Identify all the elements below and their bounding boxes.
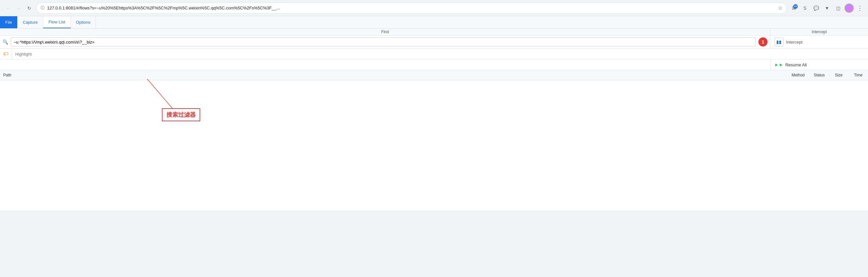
resume-arrows-icon: ►► bbox=[774, 62, 783, 67]
tab-flow-list[interactable]: Flow List bbox=[43, 16, 70, 28]
annotation-label: 搜索过滤器 bbox=[166, 112, 196, 118]
find-section-label: Find bbox=[0, 29, 771, 35]
forward-button[interactable]: → bbox=[14, 4, 23, 13]
section-labels-row: Find Intercept bbox=[0, 29, 868, 35]
app-toolbar: File Capture Flow List Options bbox=[0, 16, 868, 29]
filter-badge: 1 bbox=[758, 37, 768, 47]
th-method: Method bbox=[787, 73, 809, 78]
main-content: Find Intercept 🔍 1 ▮▮ Intercept 🏷 ►► Res… bbox=[0, 29, 868, 210]
tag-icon: 🏷 bbox=[3, 51, 8, 57]
download-button[interactable]: ◫ bbox=[834, 4, 843, 13]
browser-actions: ⌘ 14 S 💬 ▼ ◫ ⋮ bbox=[789, 3, 864, 13]
annotation-box: 搜索过滤器 bbox=[162, 108, 200, 121]
bookmark-icon[interactable]: ☆ bbox=[778, 5, 782, 11]
find-intercept-row: 🔍 1 ▮▮ Intercept bbox=[0, 35, 868, 49]
info-icon: ⓘ bbox=[41, 5, 44, 11]
chat-button[interactable]: 💬 bbox=[811, 4, 820, 13]
intercept-section: ▮▮ Intercept bbox=[771, 35, 868, 49]
th-path: Path bbox=[0, 71, 787, 79]
search-icon: 🔍 bbox=[3, 39, 8, 44]
th-time: Time bbox=[848, 73, 868, 78]
table-body bbox=[0, 80, 868, 210]
tag-icon-container: 🏷 bbox=[0, 49, 12, 59]
address-bar-container: ⓘ ☆ bbox=[36, 3, 787, 14]
filter-input[interactable] bbox=[11, 37, 756, 47]
tab-file[interactable]: File bbox=[0, 16, 18, 28]
resume-section: ►► Resume All bbox=[771, 61, 868, 69]
table-headers: Path Method Status Size Time bbox=[0, 70, 868, 80]
intercept-section-label: Intercept bbox=[771, 29, 868, 35]
menu-button[interactable]: ⋮ bbox=[856, 3, 864, 13]
tab-options[interactable]: Options bbox=[71, 16, 96, 28]
tab-capture[interactable]: Capture bbox=[18, 16, 43, 28]
nav-buttons: ← → ↻ bbox=[4, 4, 34, 13]
extensions-button[interactable]: ⌘ 14 bbox=[789, 4, 799, 13]
highlight-row: 🏷 bbox=[0, 49, 868, 60]
resume-row: ►► Resume All bbox=[0, 60, 868, 70]
browser-chrome: ← → ↻ ⓘ ☆ ⌘ 14 S 💬 ▼ ◫ ⋮ bbox=[0, 0, 868, 16]
pause-button[interactable]: ▮▮ bbox=[774, 37, 783, 47]
resume-all-button[interactable]: ►► Resume All bbox=[774, 62, 807, 67]
reload-button[interactable]: ↻ bbox=[25, 4, 34, 13]
back-button[interactable]: ← bbox=[4, 4, 13, 13]
highlight-input[interactable] bbox=[12, 49, 868, 59]
resume-all-label: Resume All bbox=[785, 62, 807, 67]
th-status: Status bbox=[809, 73, 829, 78]
address-input[interactable] bbox=[47, 5, 775, 10]
th-size: Size bbox=[829, 73, 848, 78]
vpn-button[interactable]: ▼ bbox=[823, 4, 832, 13]
profile-avatar bbox=[845, 4, 853, 12]
grammarly-button[interactable]: S bbox=[800, 4, 809, 13]
intercept-input-label: Intercept bbox=[786, 40, 864, 44]
profile-button[interactable] bbox=[845, 4, 854, 13]
find-section: 🔍 1 bbox=[0, 35, 771, 49]
resume-spacer bbox=[0, 60, 771, 70]
badge-count: 14 bbox=[793, 4, 798, 9]
